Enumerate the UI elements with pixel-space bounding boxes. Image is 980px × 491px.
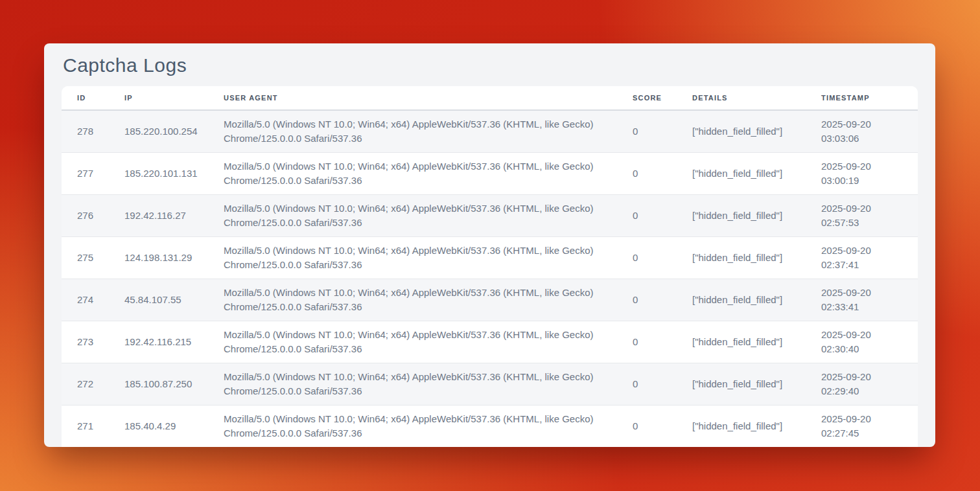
table-body: 278 185.220.100.254 Mozilla/5.0 (Windows… (62, 110, 918, 447)
timestamp-time: 02:37:41 (821, 258, 909, 272)
cell-timestamp: 2025-09-20 02:37:41 (806, 237, 918, 279)
cell-ip: 185.100.87.250 (109, 363, 208, 405)
cell-timestamp: 2025-09-20 02:57:53 (806, 195, 918, 237)
timestamp-time: 02:30:40 (821, 342, 909, 356)
column-header-user-agent: USER AGENT (208, 86, 617, 110)
timestamp-date: 2025-09-20 (821, 117, 909, 131)
cell-ip: 192.42.116.27 (109, 195, 208, 237)
table-row: 271 185.40.4.29 Mozilla/5.0 (Windows NT … (62, 405, 918, 448)
page-title: Captcha Logs (63, 54, 916, 76)
cell-ip: 185.40.4.29 (109, 405, 208, 448)
cell-details: ["hidden_field_filled"] (677, 237, 806, 279)
column-header-score: SCORE (617, 86, 677, 110)
cell-timestamp: 2025-09-20 02:30:40 (806, 321, 918, 363)
column-header-id: ID (62, 86, 109, 110)
cell-details: ["hidden_field_filled"] (677, 279, 806, 321)
timestamp-time: 02:33:41 (821, 300, 909, 314)
table-row: 274 45.84.107.55 Mozilla/5.0 (Windows NT… (62, 279, 918, 321)
timestamp-time: 02:27:45 (821, 426, 909, 440)
cell-details: ["hidden_field_filled"] (677, 110, 806, 153)
cell-user-agent: Mozilla/5.0 (Windows NT 10.0; Win64; x64… (208, 321, 617, 363)
cell-user-agent: Mozilla/5.0 (Windows NT 10.0; Win64; x64… (208, 279, 617, 321)
column-header-details: DETAILS (677, 86, 806, 110)
cell-user-agent: Mozilla/5.0 (Windows NT 10.0; Win64; x64… (208, 195, 617, 237)
cell-id: 278 (62, 110, 109, 153)
cell-score: 0 (617, 153, 677, 195)
cell-user-agent: Mozilla/5.0 (Windows NT 10.0; Win64; x64… (208, 110, 617, 153)
timestamp-date: 2025-09-20 (821, 328, 909, 342)
cell-id: 275 (62, 237, 109, 279)
cell-ip: 185.220.100.254 (109, 110, 208, 153)
cell-id: 272 (62, 363, 109, 405)
cell-score: 0 (617, 363, 677, 405)
cell-ip: 124.198.131.29 (109, 237, 208, 279)
column-header-timestamp: TIMESTAMP (806, 86, 918, 110)
table-row: 273 192.42.116.215 Mozilla/5.0 (Windows … (62, 321, 918, 363)
cell-user-agent: Mozilla/5.0 (Windows NT 10.0; Win64; x64… (208, 153, 617, 195)
cell-id: 274 (62, 279, 109, 321)
timestamp-date: 2025-09-20 (821, 412, 909, 426)
cell-score: 0 (617, 110, 677, 153)
cell-timestamp: 2025-09-20 02:33:41 (806, 279, 918, 321)
timestamp-date: 2025-09-20 (821, 244, 909, 258)
captcha-logs-table: ID IP USER AGENT SCORE DETAILS TIMESTAMP… (62, 86, 918, 447)
timestamp-time: 03:00:19 (821, 174, 909, 188)
cell-score: 0 (617, 237, 677, 279)
cell-id: 271 (62, 405, 109, 448)
cell-details: ["hidden_field_filled"] (677, 405, 806, 448)
table-row: 276 192.42.116.27 Mozilla/5.0 (Windows N… (62, 195, 918, 237)
timestamp-date: 2025-09-20 (821, 370, 909, 384)
logs-table-container: ID IP USER AGENT SCORE DETAILS TIMESTAMP… (62, 86, 918, 447)
cell-timestamp: 2025-09-20 03:03:06 (806, 110, 918, 153)
cell-score: 0 (617, 405, 677, 448)
timestamp-date: 2025-09-20 (821, 286, 909, 300)
table-row: 272 185.100.87.250 Mozilla/5.0 (Windows … (62, 363, 918, 405)
cell-ip: 192.42.116.215 (109, 321, 208, 363)
column-header-ip: IP (109, 86, 208, 110)
cell-score: 0 (617, 195, 677, 237)
timestamp-date: 2025-09-20 (821, 159, 909, 174)
timestamp-time: 03:03:06 (821, 131, 909, 146)
timestamp-date: 2025-09-20 (821, 201, 909, 216)
cell-id: 273 (62, 321, 109, 363)
table-header-row: ID IP USER AGENT SCORE DETAILS TIMESTAMP (62, 86, 918, 110)
cell-timestamp: 2025-09-20 02:29:40 (806, 363, 918, 405)
table-row: 275 124.198.131.29 Mozilla/5.0 (Windows … (62, 237, 918, 279)
table-row: 277 185.220.101.131 Mozilla/5.0 (Windows… (62, 153, 918, 195)
timestamp-time: 02:57:53 (821, 216, 909, 230)
table-row: 278 185.220.100.254 Mozilla/5.0 (Windows… (62, 110, 918, 153)
timestamp-time: 02:29:40 (821, 384, 909, 398)
cell-timestamp: 2025-09-20 02:27:45 (806, 405, 918, 448)
cell-details: ["hidden_field_filled"] (677, 195, 806, 237)
cell-timestamp: 2025-09-20 03:00:19 (806, 153, 918, 195)
captcha-logs-card: Captcha Logs ID IP USER AGENT SCORE DETA… (44, 43, 935, 447)
cell-user-agent: Mozilla/5.0 (Windows NT 10.0; Win64; x64… (208, 405, 617, 448)
cell-details: ["hidden_field_filled"] (677, 363, 806, 405)
cell-ip: 45.84.107.55 (109, 279, 208, 321)
cell-user-agent: Mozilla/5.0 (Windows NT 10.0; Win64; x64… (208, 237, 617, 279)
cell-id: 276 (62, 195, 109, 237)
cell-details: ["hidden_field_filled"] (677, 321, 806, 363)
cell-user-agent: Mozilla/5.0 (Windows NT 10.0; Win64; x64… (208, 363, 617, 405)
cell-id: 277 (62, 153, 109, 195)
cell-score: 0 (617, 321, 677, 363)
cell-details: ["hidden_field_filled"] (677, 153, 806, 195)
cell-score: 0 (617, 279, 677, 321)
cell-ip: 185.220.101.131 (109, 153, 208, 195)
